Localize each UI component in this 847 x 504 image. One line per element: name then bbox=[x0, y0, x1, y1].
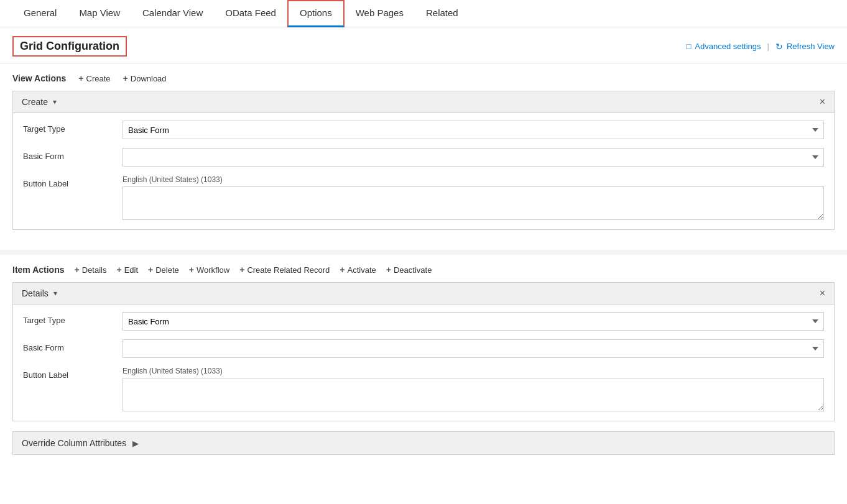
details-target-type-row: Target Type Basic Form bbox=[23, 312, 824, 331]
create-related-plus-icon: + bbox=[239, 265, 244, 275]
deactivate-action-button[interactable]: + Deactivate bbox=[386, 265, 432, 275]
details-action-button[interactable]: + Details bbox=[75, 265, 107, 275]
section-separator-1 bbox=[0, 250, 847, 255]
header-right: □ Advanced settings | ↻ Refresh View bbox=[686, 42, 835, 52]
create-related-action-label: Create Related Record bbox=[247, 265, 330, 275]
create-basic-form-select[interactable] bbox=[123, 148, 824, 167]
details-button-label-textarea[interactable] bbox=[123, 378, 824, 411]
details-action-label: Details bbox=[82, 265, 107, 275]
details-card-header-left: Details ▾ bbox=[22, 288, 57, 298]
details-locale-label: English (United States) (1033) bbox=[123, 367, 824, 375]
edit-action-button[interactable]: + Edit bbox=[116, 265, 138, 275]
refresh-icon: ↻ bbox=[775, 42, 783, 52]
workflow-action-button[interactable]: + Workflow bbox=[189, 265, 229, 275]
create-button-label-textarea[interactable] bbox=[123, 186, 824, 220]
nav-item-general[interactable]: General bbox=[12, 0, 68, 27]
create-card-body: Target Type Basic Form Basic Form bbox=[13, 113, 834, 229]
details-button-label-control: English (United States) (1033) bbox=[123, 367, 824, 413]
override-column-bar[interactable]: Override Column Attributes ▶ bbox=[12, 431, 835, 455]
details-card-header: Details ▾ × bbox=[13, 283, 834, 305]
download-action-button[interactable]: + Download bbox=[123, 73, 167, 83]
create-button-label-control: English (United States) (1033) bbox=[123, 175, 824, 222]
create-action-label: Create bbox=[86, 74, 111, 83]
delete-plus-icon: + bbox=[148, 265, 153, 275]
create-target-type-control: Basic Form bbox=[123, 121, 824, 139]
create-card-header-left: Create ▾ bbox=[22, 97, 57, 107]
create-related-action-button[interactable]: + Create Related Record bbox=[239, 265, 330, 275]
details-button-label-label: Button Label bbox=[23, 367, 123, 380]
create-locale-label: English (United States) (1033) bbox=[123, 175, 824, 184]
view-actions-bar: View Actions + Create + Download bbox=[12, 73, 835, 83]
details-card-close[interactable]: × bbox=[820, 288, 825, 299]
item-actions-bar: Item Actions + Details + Edit + Delete +… bbox=[12, 265, 835, 275]
details-card-title: Details bbox=[22, 288, 49, 298]
activate-plus-icon: + bbox=[340, 265, 345, 275]
delete-action-button[interactable]: + Delete bbox=[148, 265, 179, 275]
details-basic-form-select[interactable] bbox=[123, 339, 824, 358]
grid-config-header: Grid Configuration □ Advanced settings |… bbox=[0, 27, 847, 63]
create-plus-icon: + bbox=[78, 73, 83, 83]
create-card-header: Create ▾ × bbox=[13, 91, 834, 113]
details-card-body: Target Type Basic Form Basic Form bbox=[13, 305, 834, 421]
view-actions-section: View Actions + Create + Download Create … bbox=[0, 63, 847, 250]
details-card: Details ▾ × Target Type Basic Form bbox=[12, 282, 835, 421]
details-chevron-icon[interactable]: ▾ bbox=[53, 289, 57, 298]
create-card-title: Create bbox=[22, 97, 48, 107]
edit-action-label: Edit bbox=[124, 265, 138, 275]
create-target-type-row: Target Type Basic Form bbox=[23, 121, 824, 139]
details-target-type-label: Target Type bbox=[23, 312, 123, 325]
create-chevron-icon[interactable]: ▾ bbox=[53, 98, 57, 106]
create-target-type-select[interactable]: Basic Form bbox=[123, 121, 824, 139]
nav-item-related[interactable]: Related bbox=[415, 0, 470, 27]
override-arrow-icon: ▶ bbox=[132, 439, 139, 448]
header-separator: | bbox=[767, 42, 769, 51]
details-basic-form-row: Basic Form bbox=[23, 339, 824, 358]
details-basic-form-control bbox=[123, 339, 824, 358]
details-target-type-select[interactable]: Basic Form bbox=[123, 312, 824, 331]
deactivate-plus-icon: + bbox=[386, 265, 391, 275]
create-card-close[interactable]: × bbox=[820, 96, 825, 108]
advanced-settings-link[interactable]: Advanced settings bbox=[695, 42, 761, 51]
refresh-view-link[interactable]: Refresh View bbox=[787, 42, 835, 51]
edit-plus-icon: + bbox=[116, 265, 121, 275]
create-button-label-label: Button Label bbox=[23, 175, 123, 188]
view-actions-label: View Actions bbox=[12, 73, 66, 83]
create-basic-form-row: Basic Form bbox=[23, 148, 824, 167]
grid-config-title: Grid Configuration bbox=[12, 36, 127, 57]
top-nav: General Map View Calendar View OData Fee… bbox=[0, 0, 847, 27]
activate-action-label: Activate bbox=[348, 265, 376, 275]
details-plus-icon: + bbox=[75, 265, 80, 275]
item-actions-label: Item Actions bbox=[12, 265, 65, 275]
download-action-label: Download bbox=[131, 74, 167, 83]
nav-item-mapview[interactable]: Map View bbox=[68, 0, 131, 27]
create-target-type-label: Target Type bbox=[23, 121, 123, 134]
main-content: Grid Configuration □ Advanced settings |… bbox=[0, 27, 847, 465]
deactivate-action-label: Deactivate bbox=[394, 265, 432, 275]
activate-action-button[interactable]: + Activate bbox=[340, 265, 376, 275]
download-plus-icon: + bbox=[123, 73, 128, 83]
details-target-type-control: Basic Form bbox=[123, 312, 824, 331]
create-card: Create ▾ × Target Type Basic Form bbox=[12, 91, 835, 230]
nav-item-options[interactable]: Options bbox=[287, 0, 345, 27]
create-basic-form-control bbox=[123, 148, 824, 167]
nav-item-webpages[interactable]: Web Pages bbox=[345, 0, 415, 27]
create-action-button[interactable]: + Create bbox=[78, 73, 110, 83]
advanced-settings-icon: □ bbox=[686, 42, 691, 51]
workflow-action-label: Workflow bbox=[197, 265, 229, 275]
details-basic-form-label: Basic Form bbox=[23, 339, 123, 352]
nav-item-calendarview[interactable]: Calendar View bbox=[131, 0, 214, 27]
override-column-label: Override Column Attributes bbox=[22, 438, 126, 448]
delete-action-label: Delete bbox=[155, 265, 179, 275]
create-button-label-row: Button Label English (United States) (10… bbox=[23, 175, 824, 222]
workflow-plus-icon: + bbox=[189, 265, 194, 275]
item-actions-section: Item Actions + Details + Edit + Delete +… bbox=[0, 255, 847, 465]
nav-item-odatafeed[interactable]: OData Feed bbox=[214, 0, 287, 27]
create-basic-form-label: Basic Form bbox=[23, 148, 123, 161]
details-button-label-row: Button Label English (United States) (10… bbox=[23, 367, 824, 413]
